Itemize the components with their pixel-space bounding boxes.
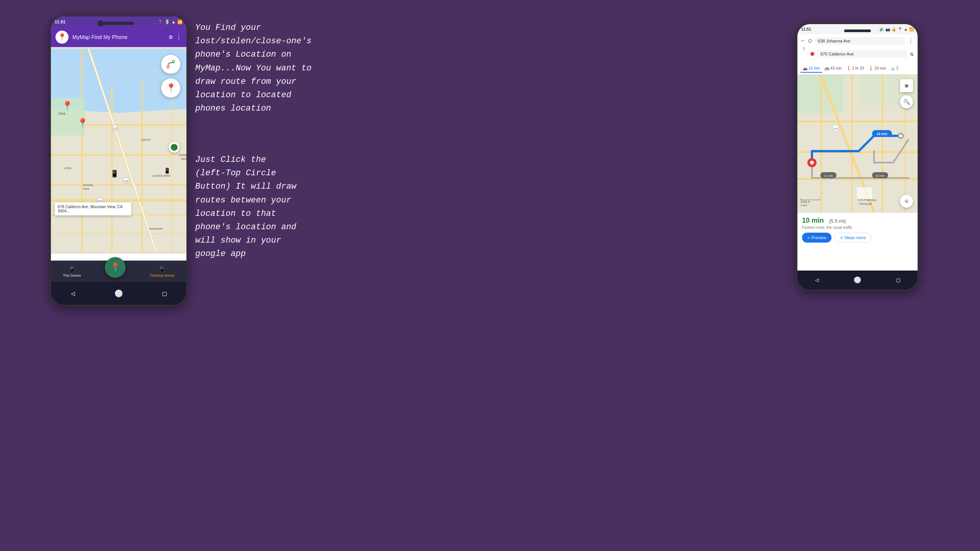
more-vert-right[interactable]: ⋮ [908,37,914,45]
svg-rect-51 [857,187,872,199]
svg-text:10 min: 10 min [875,174,885,178]
device-icon-right: 📱 [164,168,170,174]
svg-rect-11 [141,79,143,252]
svg-text:NORTH: NORTH [141,139,150,141]
dest-row: 670 Calderon Ave ⇅ [801,50,914,58]
map-area-left[interactable]: Park Loyola Mounta View Sunnyvale NORTH … [51,47,186,254]
status-icons-right: 🔊 📷 🔒 📍 ▲ 📶 [879,27,914,31]
layers-button[interactable]: ⊞ [900,79,913,92]
svg-rect-8 [51,233,186,234]
tab-bus[interactable]: 🚌 43 min [822,65,844,73]
app-title-left: MyMap Find My Phone [72,34,165,40]
svg-point-57 [899,134,902,137]
pin-lgleplex: 📍 [77,118,88,129]
svg-text:CUESTA PARK: CUESTA PARK [153,174,171,177]
svg-rect-15 [51,199,186,202]
route-fab-button[interactable] [161,55,180,74]
bus-icon: 🚌 [825,66,829,70]
route-distance: (5.5 mi) [829,218,846,224]
pin-fab-button[interactable]: 📍 [161,78,180,98]
center-fab-icon: 📍 [110,262,121,273]
speaker-right [844,29,871,32]
recents-button-left[interactable]: ▢ [162,289,167,298]
steps-more-button[interactable]: ≡ Steps more [835,233,872,243]
nav-center-fab[interactable]: 📍 [105,257,126,278]
tab-walk-label: 1 hr 33 [852,66,864,70]
svg-rect-38 [797,121,918,122]
nav-item-this-device[interactable]: 📱 This Device [63,266,81,277]
tab-walk2[interactable]: 🚶 10 min [866,65,888,73]
time-left: 11:51 [55,20,65,24]
left-phone-screen: 11:51 📍 🔋 ▲ 📶 📍 MyMap Find My Phone ⚙ ⋮ [51,16,186,282]
tab-car[interactable]: 🚗 10 min [800,65,822,73]
svg-text:237: 237 [830,178,834,181]
car-icon: 🚗 [803,66,807,70]
svg-text:View: View [83,187,90,191]
settings-icon[interactable]: ⚙ [169,33,173,41]
description-bottom: Just Click the(left-Top CircleButton) It… [195,155,296,259]
tab-bus-label: 43 min [830,66,842,70]
route-info-bar: 10 min (5.5 mi) Fastest route, the usual… [797,212,918,245]
back-row: ← 638 Johanna Ave ⋮ [801,37,914,45]
text-block-top: You Find yourlost/stolen/close-one'sphon… [195,21,368,115]
pin-icon: 📍 [166,83,176,93]
logo-icon: 📍 [58,33,66,41]
route-time: 10 min [802,217,824,224]
transport-tabs: 🚗 10 min 🚌 43 min 🚶 1 hr 33 🚶 10 min 🚲 2 [797,63,918,75]
back-button-left[interactable]: ◁ [71,289,75,298]
phone-left-system-nav: ◁ ⚪ ▢ [51,282,186,305]
origin-input[interactable]: 638 Johanna Ave [815,37,905,45]
speaker [103,22,134,25]
svg-text:11 min: 11 min [824,174,833,178]
swap-icon[interactable]: ⇅ [910,50,914,58]
map-area-right[interactable]: 101 237 CVS Pharmacy Sunnyvale [797,75,918,212]
search-icon: 🔍 [903,99,910,105]
route-icon [166,60,175,69]
description-top: You Find yourlost/stolen/close-one'sphon… [195,23,312,113]
recents-button-right[interactable]: ▢ [897,276,900,284]
dest-input[interactable]: 670 Calderon Ave [817,50,907,58]
green-dot-fab[interactable] [169,142,180,153]
origin-dot [808,39,812,43]
tab-bike-label: 2 [896,66,898,70]
more-vert-icon[interactable]: ⋮ [176,33,182,41]
text-block-bottom: Just Click the(left-Top CircleButton) It… [195,153,368,261]
svg-rect-9 [81,49,83,252]
back-button-right[interactable]: ◁ [815,276,819,284]
walk2-icon: 🚶 [869,66,873,70]
svg-point-33 [167,66,169,68]
map-svg: Park Loyola Mounta View Sunnyvale NORTH … [51,47,186,254]
svg-rect-43 [882,75,883,212]
nav-item-tracking-device[interactable]: 📱 Tracking Device [150,266,174,277]
app-bar-left: 📍 MyMap Find My Phone ⚙ ⋮ [51,27,186,47]
preview-button[interactable]: » Preview [802,233,831,243]
device-icon-left: 📱 [110,170,119,178]
camera [98,20,104,26]
connector-line [804,47,804,50]
map-svg-right: 101 237 CVS Pharmacy Sunnyvale [797,75,918,212]
svg-text:Mounta: Mounta [83,183,93,187]
tab-walk2-label: 10 min [874,66,886,70]
map-search-button[interactable]: 🔍 [900,95,913,108]
preview-arrows-icon: » [807,235,810,240]
compass-button[interactable]: ⊙ [900,195,913,208]
home-button-left[interactable]: ⚪ [114,289,123,298]
svg-text:10 min: 10 min [877,132,888,136]
tab-bike[interactable]: 🚲 2 [888,65,901,73]
this-device-icon: 📱 [68,266,76,273]
tracking-device-icon: 📱 [158,266,166,273]
left-phone: 11:51 📍 🔋 ▲ 📶 📍 MyMap Find My Phone ⚙ ⋮ [50,15,188,306]
route-action-buttons: » Preview ≡ Steps more [802,233,913,243]
status-bar-right: 11:51 🔊 📷 🔒 📍 ▲ 📶 [797,24,918,34]
route-description: Fastest route, the usual traffic [802,225,913,230]
back-arrow-icon[interactable]: ← [801,37,805,44]
svg-rect-5 [51,154,186,156]
home-button-right[interactable]: ⚪ [854,276,861,284]
tab-walk[interactable]: 🚶 1 hr 33 [844,65,866,73]
route-connector [801,47,914,50]
svg-text:CVS Pharmacy: CVS Pharmacy [858,199,876,202]
walk-icon: 🚶 [846,66,851,70]
dest-dot [810,52,814,56]
phone-right-system-nav: ◁ ⚪ ▢ [797,271,918,290]
svg-text:PONDEROSA: PONDEROSA [179,154,186,156]
